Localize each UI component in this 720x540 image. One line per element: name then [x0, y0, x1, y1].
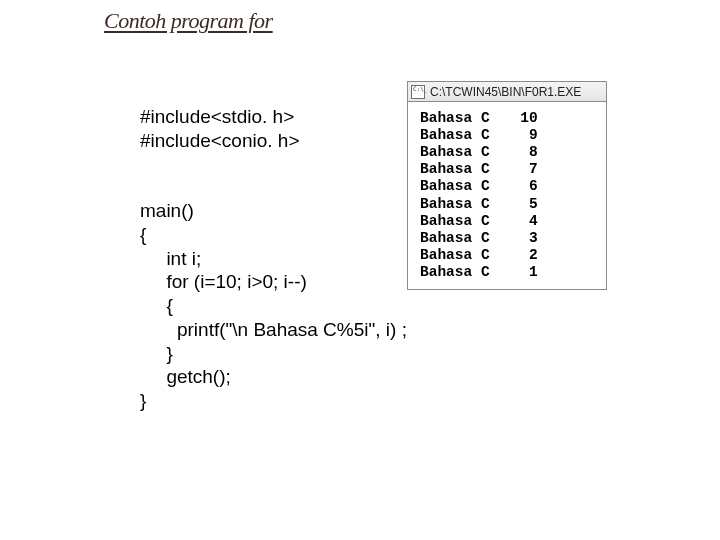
console-window: C:\TCWIN45\BIN\F0R1.EXE Bahasa C10 Bahas… — [407, 81, 607, 290]
console-line: Bahasa C6 — [420, 178, 596, 195]
console-line: Bahasa C9 — [420, 127, 596, 144]
slide-title: Contoh program for — [104, 8, 273, 34]
console-line: Bahasa C1 — [420, 264, 596, 281]
code-line: { — [140, 224, 146, 245]
console-icon — [411, 85, 425, 99]
console-output: Bahasa C10 Bahasa C9 Bahasa C8 Bahasa C7… — [407, 101, 607, 290]
code-line: printf("\n Bahasa C%5i", i) ; — [140, 319, 407, 340]
code-line: #include<stdio. h> — [140, 106, 294, 127]
console-line: Bahasa C5 — [420, 196, 596, 213]
code-line: main() — [140, 200, 194, 221]
console-line: Bahasa C7 — [420, 161, 596, 178]
code-line: } — [140, 390, 146, 411]
console-titlebar: C:\TCWIN45\BIN\F0R1.EXE — [407, 81, 607, 101]
console-line: Bahasa C2 — [420, 247, 596, 264]
console-line: Bahasa C3 — [420, 230, 596, 247]
code-line: for (i=10; i>0; i--) — [140, 271, 307, 292]
console-title-text: C:\TCWIN45\BIN\F0R1.EXE — [430, 85, 581, 99]
code-line: int i; — [140, 248, 201, 269]
code-line: #include<conio. h> — [140, 130, 300, 151]
code-line: getch(); — [140, 366, 231, 387]
console-line: Bahasa C4 — [420, 213, 596, 230]
code-line: } — [140, 343, 173, 364]
code-line: { — [140, 295, 173, 316]
console-line: Bahasa C10 — [420, 110, 596, 127]
console-line: Bahasa C8 — [420, 144, 596, 161]
code-listing: #include<stdio. h> #include<conio. h> ma… — [140, 81, 407, 437]
